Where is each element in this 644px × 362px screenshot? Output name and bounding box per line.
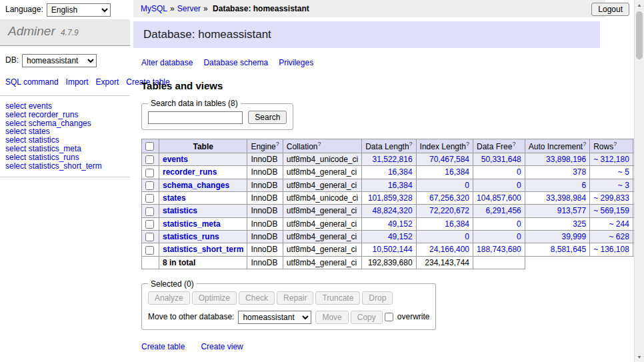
row-checkbox[interactable] [145,181,154,190]
index-length-link[interactable]: 24,166,400 [429,245,469,254]
table-name-link[interactable]: statistics_short_term [163,245,243,254]
data-free-link[interactable]: 0 [517,219,521,229]
select-all-cell [142,139,159,153]
row-checkbox[interactable] [145,155,154,164]
doc-link[interactable]: ? [317,141,321,147]
doc-link[interactable]: ? [409,141,413,147]
auto-increment-link[interactable]: 6 [581,181,586,190]
doc-link[interactable]: ? [512,141,515,147]
db-select[interactable]: homeassistant [22,54,97,67]
auto-increment-link[interactable]: 33,898,196 [546,155,586,164]
selected-legend: Selected (0) [148,279,197,289]
row-checkbox[interactable] [145,207,154,216]
rows-count-link[interactable]: ~ 136,108 [593,245,629,254]
data-length-link[interactable]: 16,384 [388,167,413,177]
table-name-link[interactable]: statistics_meta [163,219,221,229]
doc-link[interactable]: ? [276,141,279,147]
data-free-link[interactable]: 0 [517,232,521,241]
data-free-link[interactable]: 0 [517,167,521,177]
rows-count-link[interactable]: ~ 569,159 [593,206,629,215]
data-length-link[interactable]: 101,859,328 [368,193,413,203]
engine-cell: InnoDB [247,166,283,179]
language-select[interactable]: English [47,3,111,17]
search-button[interactable]: Search [248,111,287,124]
row-checkbox[interactable] [145,169,154,177]
data-length-link[interactable]: 10,502,144 [373,245,413,254]
index-length-link[interactable]: 0 [465,232,469,241]
data-free-link[interactable]: 50,331,648 [481,155,521,164]
index-length-link[interactable]: 70,467,584 [429,155,469,164]
row-checkbox[interactable] [145,220,154,229]
db-action-link[interactable]: Privileges [279,58,313,67]
rows-count-link[interactable]: ~ 312,180 [593,155,629,164]
table-name-link[interactable]: schema_changes [163,181,229,190]
data-length-link[interactable]: 49,152 [388,219,413,229]
table-name-link[interactable]: statistics [163,206,197,215]
data-length-link[interactable]: 49,152 [388,232,413,241]
rows-count-link[interactable]: ~ 5 [618,167,629,177]
sidebar-table-link[interactable]: select statistics_short_term [5,162,125,171]
auto-increment-link[interactable]: 378 [573,167,586,177]
row-checkbox[interactable] [145,246,154,255]
create-link[interactable]: Create view [201,342,243,351]
sidebar-table-link[interactable]: select recorder_runs [5,111,125,119]
auto-increment-link[interactable]: 39,999 [561,232,586,241]
db-action-link[interactable]: Database schema [203,58,268,67]
data-free-link[interactable]: 188,743,680 [477,245,521,254]
sidebar-menu-link[interactable]: Import [66,77,89,87]
search-input[interactable] [148,111,243,124]
data-free-link[interactable]: 104,857,600 [477,193,521,203]
scroll-up-icon[interactable]: ▲ [635,0,644,10]
data-free-link[interactable]: 6,291,456 [485,206,521,215]
db-action-link[interactable]: Alter database [141,58,193,67]
row-checkbox-cell [142,179,159,191]
breadcrumb-link[interactable]: Server [177,4,201,13]
overwrite-label[interactable]: overwrite [397,312,430,321]
doc-link[interactable]: ? [613,141,617,147]
doc-link[interactable]: ? [583,141,586,147]
doc-link[interactable]: ? [466,141,469,147]
scroll-down-icon[interactable]: ▼ [635,352,644,362]
data-length-link[interactable]: 16,384 [388,181,413,190]
rows-count-link[interactable]: ~ 244 [609,219,629,229]
sidebar-table-link[interactable]: select statistics_runs [5,153,125,162]
data-length-link[interactable]: 31,522,816 [373,155,413,164]
data-free-link[interactable]: 0 [517,181,521,190]
table-name-link[interactable]: statistics_runs [163,232,219,241]
index-length-link[interactable]: 67,256,320 [429,193,469,203]
index-length-link[interactable]: 72,220,672 [429,206,469,215]
row-checkbox[interactable] [145,233,154,241]
table-name-link[interactable]: events [163,155,188,164]
scrollbar-thumb[interactable] [636,11,643,59]
table-name-cell: schema_changes [159,179,247,191]
auto-increment-cell: 325 [525,217,589,230]
table-name-link[interactable]: states [163,193,186,203]
sidebar-table-link[interactable]: select statistics_meta [5,145,125,153]
row-checkbox[interactable] [145,194,154,203]
sidebar-table-link[interactable]: select events [5,102,125,111]
breadcrumb-link[interactable]: MySQL [141,4,167,13]
create-link[interactable]: Create table [141,342,185,351]
auto-increment-link[interactable]: 325 [573,219,586,229]
data-length-link[interactable]: 48,824,320 [373,206,413,215]
auto-increment-link[interactable]: 913,577 [557,206,586,215]
create-links: Create tableCreate view [141,342,607,351]
overwrite-checkbox[interactable] [385,313,393,321]
index-length-link[interactable]: 16,384 [445,219,469,229]
logout-button[interactable]: Logout [591,3,629,16]
index-length-link[interactable]: 16,384 [445,167,469,177]
index-length-link[interactable]: 0 [465,181,469,190]
auto-increment-link[interactable]: 33,398,984 [546,193,586,203]
move-db-select[interactable]: homeassistant [238,311,311,324]
rows-count-link[interactable]: ~ 628 [609,232,629,241]
vertical-scrollbar[interactable]: ▲ ▼ [634,0,644,362]
auto-increment-link[interactable]: 8,581,645 [551,245,586,254]
sidebar-menu-link[interactable]: Export [96,77,119,87]
select-all-checkbox[interactable] [145,142,154,151]
row-checkbox-cell [142,217,159,230]
table-name-link[interactable]: recorder_runs [163,167,217,177]
rows-count-link[interactable]: ~ 299,833 [593,193,629,203]
table-name-cell: statistics_short_term [159,243,247,256]
rows-count-link[interactable]: ~ 3 [618,181,629,190]
sidebar-menu-link[interactable]: SQL command [5,77,59,87]
